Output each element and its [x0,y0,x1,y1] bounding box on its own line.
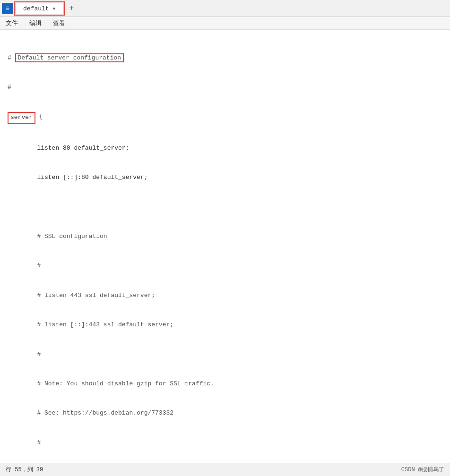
app-icon: ≡ [2,3,13,14]
menu-file[interactable]: 文件 [4,18,20,28]
code-content: # Default server configuration # server … [0,34,450,462]
tab-label: default [23,5,49,12]
status-bar: 行 55，列 39 CSDN @搜捕乌了 [0,463,450,476]
attribution: CSDN @搜捕乌了 [401,466,444,474]
line-6 [8,203,442,212]
menu-view[interactable]: 查看 [51,18,67,28]
line-14: # [8,438,442,448]
line-12: # Note: You should disable gzip for SSL … [8,379,442,389]
line-2: # [8,83,442,93]
line-11: # [8,350,442,360]
code-editor[interactable]: # Default server configuration # server … [0,30,450,462]
line-1: # Default server configuration [8,53,442,63]
menu-bar: 文件 编辑 查看 [0,17,450,30]
line-13: # See: https://bugs.debian.org/773332 [8,408,442,418]
line-5: listen [::]:80 default_server; [8,173,442,183]
menu-edit[interactable]: 编辑 [27,18,43,28]
line-10: # listen [::]:443 ssl default_server; [8,320,442,330]
line-8: # [8,261,442,271]
new-tab-button[interactable]: + [64,2,80,15]
line-4: listen 80 default_server; [8,144,442,153]
line-9: # listen 443 ssl default_server; [8,291,442,301]
cursor-position: 行 55，列 39 [6,466,43,474]
line-7: # SSL configuration [8,232,442,242]
active-tab[interactable]: default ● [15,3,64,14]
tab-modified-dot: ● [53,6,56,11]
line-3: server { [8,112,442,124]
title-bar: ≡ default ● + [0,0,450,17]
